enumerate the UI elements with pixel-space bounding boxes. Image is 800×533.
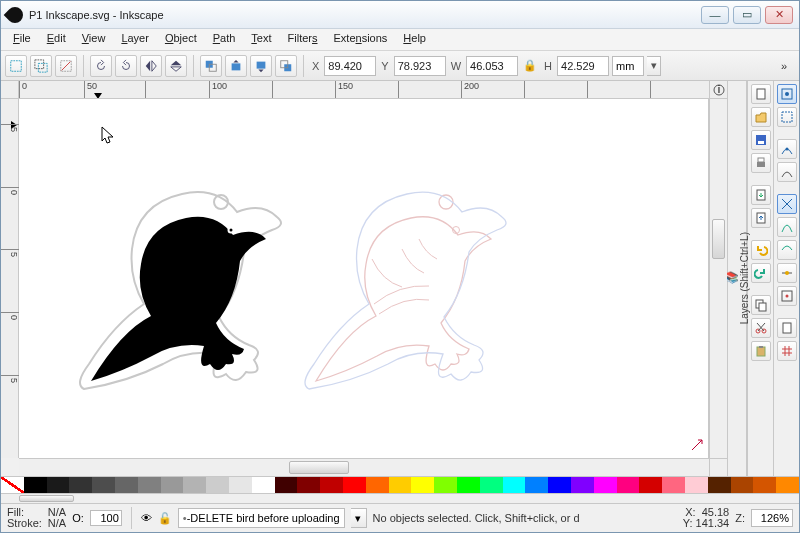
menu-object[interactable]: Object — [157, 29, 205, 50]
swatch[interactable] — [457, 477, 480, 493]
titlebar[interactable]: P1 Inkscape.svg - Inkscape — ▭ ✕ — [1, 1, 799, 29]
open-button[interactable] — [751, 107, 771, 127]
flip-vertical-button[interactable] — [165, 55, 187, 77]
snap-smooth-button[interactable] — [777, 240, 797, 260]
horizontal-ruler[interactable]: 0 50 100 150 200 — [19, 81, 709, 99]
swatch[interactable] — [275, 477, 298, 493]
rotate-cw-button[interactable] — [115, 55, 137, 77]
visibility-toggle-icon[interactable]: 👁 — [141, 512, 152, 524]
swatch[interactable] — [389, 477, 412, 493]
swatch[interactable] — [47, 477, 70, 493]
new-doc-button[interactable] — [751, 84, 771, 104]
flip-horizontal-button[interactable] — [140, 55, 162, 77]
canvas-corner-icon[interactable] — [690, 438, 704, 454]
swatch[interactable] — [503, 477, 526, 493]
fill-stroke-indicator[interactable]: Fill: Stroke: — [7, 507, 42, 529]
select-all-button[interactable] — [5, 55, 27, 77]
snap-center-button[interactable] — [777, 286, 797, 306]
snap-grid-button[interactable] — [777, 341, 797, 361]
swatch[interactable] — [525, 477, 548, 493]
swatch[interactable] — [252, 477, 275, 493]
menu-path[interactable]: Path — [205, 29, 244, 50]
layer-chevron-icon[interactable]: ▾ — [351, 508, 367, 528]
lock-toggle-icon[interactable]: 🔓 — [158, 512, 172, 525]
swatch[interactable] — [548, 477, 571, 493]
toolbar-overflow-icon[interactable]: » — [773, 55, 795, 77]
swatch[interactable] — [138, 477, 161, 493]
swatch[interactable] — [480, 477, 503, 493]
unit-chevron-icon[interactable]: ▾ — [647, 56, 661, 76]
deselect-button[interactable] — [55, 55, 77, 77]
ruler-aux-icon[interactable]: i — [709, 81, 727, 99]
swatch[interactable] — [115, 477, 138, 493]
scrollbar-thumb[interactable] — [19, 495, 74, 502]
layers-panel-tab[interactable]: 📚 Layers (Shift+Ctrl+L) — [727, 81, 747, 476]
import-button[interactable] — [751, 185, 771, 205]
close-button[interactable]: ✕ — [765, 6, 793, 24]
raise-top-button[interactable] — [200, 55, 222, 77]
undo-button[interactable] — [751, 240, 771, 260]
scrollbar-thumb[interactable] — [289, 461, 349, 474]
vertical-scrollbar[interactable] — [709, 99, 727, 458]
swatch[interactable] — [662, 477, 685, 493]
x-input[interactable] — [324, 56, 376, 76]
color-palette[interactable] — [1, 476, 799, 494]
select-all-layers-button[interactable] — [30, 55, 52, 77]
swatch[interactable] — [617, 477, 640, 493]
export-button[interactable] — [751, 208, 771, 228]
w-input[interactable] — [466, 56, 518, 76]
snap-node-button[interactable] — [777, 139, 797, 159]
swatch[interactable] — [320, 477, 343, 493]
swatch[interactable] — [183, 477, 206, 493]
swatch[interactable] — [731, 477, 754, 493]
print-button[interactable] — [751, 153, 771, 173]
menu-view[interactable]: View — [74, 29, 114, 50]
menu-edit[interactable]: Edit — [39, 29, 74, 50]
rotate-ccw-button[interactable] — [90, 55, 112, 77]
raise-button[interactable] — [225, 55, 247, 77]
canvas[interactable] — [19, 99, 709, 458]
swatch[interactable] — [297, 477, 320, 493]
swatch[interactable] — [571, 477, 594, 493]
menu-layer[interactable]: Layer — [113, 29, 157, 50]
menu-file[interactable]: File — [5, 29, 39, 50]
swatch[interactable] — [229, 477, 252, 493]
swatch[interactable] — [776, 477, 799, 493]
scrollbar-thumb[interactable] — [712, 219, 725, 259]
swatch[interactable] — [92, 477, 115, 493]
swatch[interactable] — [434, 477, 457, 493]
swatch[interactable] — [161, 477, 184, 493]
copy-button[interactable] — [751, 295, 771, 315]
horizontal-scrollbar[interactable] — [19, 458, 709, 476]
snap-page-button[interactable] — [777, 318, 797, 338]
swatch[interactable] — [685, 477, 708, 493]
swatch[interactable] — [639, 477, 662, 493]
swatch[interactable] — [411, 477, 434, 493]
swatch[interactable] — [69, 477, 92, 493]
layer-select[interactable]: •-DELETE bird before uploading — [178, 508, 345, 528]
swatch[interactable] — [594, 477, 617, 493]
menu-extensions[interactable]: Extensions — [326, 29, 396, 50]
swatch[interactable] — [1, 477, 24, 493]
h-input[interactable] — [557, 56, 609, 76]
swatch[interactable] — [206, 477, 229, 493]
redo-button[interactable] — [751, 263, 771, 283]
swatch[interactable] — [343, 477, 366, 493]
snap-cusp-button[interactable] — [777, 217, 797, 237]
opacity-input[interactable] — [90, 510, 122, 526]
zoom-input[interactable] — [751, 509, 793, 527]
cut-button[interactable] — [751, 318, 771, 338]
swatch[interactable] — [366, 477, 389, 493]
palette-scrollbar[interactable] — [1, 494, 799, 504]
vertical-ruler[interactable]: 5 0 5 0 5 — [1, 99, 19, 458]
y-input[interactable] — [394, 56, 446, 76]
maximize-button[interactable]: ▭ — [733, 6, 761, 24]
unit-select[interactable]: mm — [612, 56, 644, 76]
snap-intersection-button[interactable] — [777, 194, 797, 214]
lower-bottom-button[interactable] — [275, 55, 297, 77]
swatch[interactable] — [24, 477, 47, 493]
snap-path-button[interactable] — [777, 162, 797, 182]
paste-button[interactable] — [751, 341, 771, 361]
menu-text[interactable]: Text — [243, 29, 279, 50]
lock-aspect-icon[interactable]: 🔒 — [521, 56, 539, 76]
